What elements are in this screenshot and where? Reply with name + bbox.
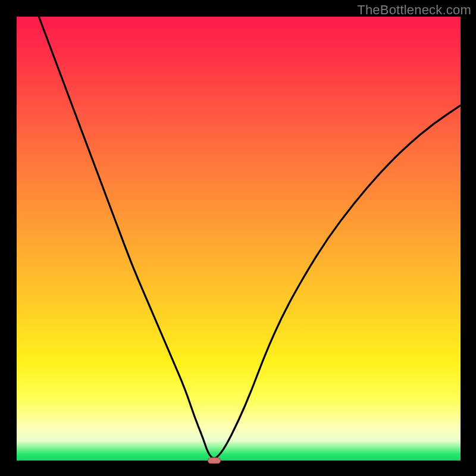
watermark-text: TheBottleneck.com <box>357 2 471 18</box>
chart-frame: TheBottleneck.com <box>0 0 476 476</box>
bottleneck-curve <box>17 17 461 461</box>
curve-path <box>39 17 461 458</box>
optimum-marker <box>208 458 221 464</box>
plot-area <box>17 17 461 461</box>
